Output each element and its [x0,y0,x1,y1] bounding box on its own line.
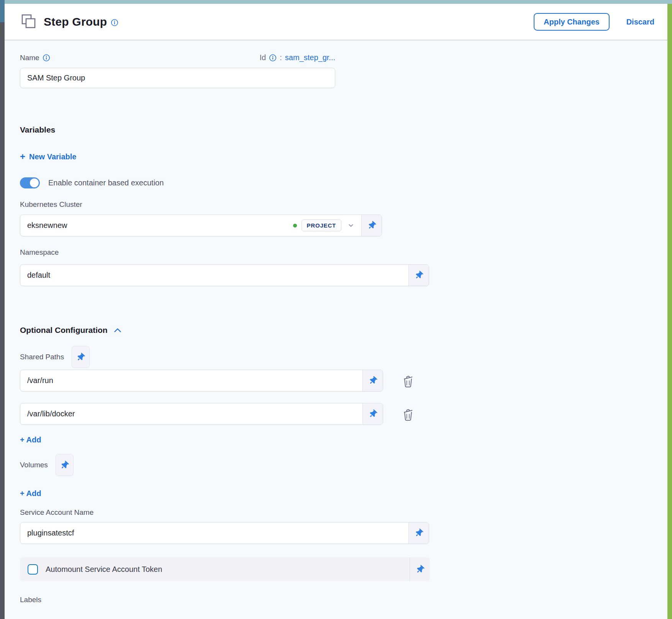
id-value[interactable]: sam_step_gr... [285,53,335,62]
shared-path-field [20,370,383,391]
new-variable-label: New Variable [29,152,76,161]
top-accent-bar [0,0,672,4]
shared-paths-row: Shared Paths [20,346,90,368]
pin-icon [367,408,379,420]
volumes-row: Volumes [20,454,74,476]
pin-icon [75,351,87,363]
add-shared-path-button[interactable]: + Add [20,436,41,444]
left-edge-strip [0,0,5,619]
shared-paths-label: Shared Paths [20,353,64,361]
pin-icon [414,563,426,575]
new-variable-button[interactable]: + New Variable [20,152,76,161]
pin-icon [413,527,425,539]
panel-header: Step Group Apply Changes Discard [5,4,667,40]
namespace-input-wrap [20,265,408,286]
namespace-field [20,264,429,286]
optional-configuration-row[interactable]: Optional Configuration [20,326,121,335]
automount-pin-button[interactable] [410,557,430,581]
namespace-pin-button[interactable] [408,265,429,286]
optional-configuration-heading: Optional Configuration [20,326,108,335]
chevron-down-icon[interactable] [347,222,354,229]
shared-path-input[interactable] [27,370,357,391]
service-account-name-input[interactable] [27,522,403,544]
volumes-label: Volumes [20,461,48,469]
kubernetes-cluster-input-wrap: PROJECT [20,215,361,236]
service-account-input-wrap [20,522,408,544]
labels-label: Labels [20,596,41,604]
id-part: Id : sam_step_gr... [260,53,335,62]
pin-icon [413,270,425,281]
shared-path-input-wrap [20,403,362,424]
service-account-name-field [20,522,429,544]
shared-path-pin-button[interactable] [362,403,383,424]
namespace-input[interactable] [27,265,403,286]
delete-shared-path-button[interactable] [402,408,415,422]
container-execution-label: Enable container based execution [48,178,164,187]
shared-path-input-wrap [20,370,362,391]
kubernetes-cluster-input[interactable] [27,215,288,236]
delete-shared-path-button[interactable] [402,374,415,389]
left-edge-strip-top [0,0,5,22]
pin-icon [59,459,70,471]
header-actions: Apply Changes Discard [534,13,654,31]
shared-path-pin-button[interactable] [362,370,383,391]
add-volume-button[interactable]: + Add [20,489,41,498]
id-separator: : [280,53,282,62]
step-group-icon [20,13,38,31]
scope-badge: PROJECT [302,219,341,231]
scope-status-dot [293,224,297,228]
shared-path-field [20,403,383,425]
name-id-row: Name Id : sam_step_gr... [20,53,335,62]
trash-icon [402,374,415,388]
service-account-pin-button[interactable] [408,522,429,544]
automount-main: Automount Service Account Token [20,557,410,581]
name-label-wrap: Name [20,54,50,62]
volumes-pin-button[interactable] [56,454,74,476]
container-execution-toggle[interactable] [20,177,40,188]
plus-icon: + [20,152,25,161]
kubernetes-cluster-pin-button[interactable] [361,215,382,236]
namespace-label: Namespace [20,248,59,257]
apply-changes-button[interactable]: Apply Changes [534,13,610,31]
id-label: Id [260,53,266,62]
name-input[interactable] [20,68,335,88]
right-edge-strip [667,4,672,619]
kubernetes-cluster-field: PROJECT [20,215,382,236]
pin-icon [366,220,377,231]
name-info-icon[interactable] [43,54,50,62]
service-account-name-label: Service Account Name [20,508,93,517]
variables-heading: Variables [20,125,55,134]
toggle-knob [30,178,39,187]
pin-icon [367,375,379,386]
automount-row: Automount Service Account Token [20,557,430,581]
automount-checkbox[interactable] [28,564,38,575]
container-execution-row: Enable container based execution [20,177,164,188]
step-group-screen: Step Group Apply Changes Discard Name Id… [0,0,672,619]
shared-path-input[interactable] [27,403,357,424]
shared-paths-pin-button[interactable] [72,346,90,368]
kubernetes-cluster-label: Kubernetes Cluster [20,200,82,209]
title-info-icon[interactable] [111,19,118,26]
name-field-wrap [20,68,335,88]
panel-body: Name Id : sam_step_gr... Variables + New… [5,40,667,619]
trash-icon [402,408,415,421]
chevron-up-icon[interactable] [114,328,121,333]
id-info-icon[interactable] [269,54,277,62]
step-group-panel: Step Group Apply Changes Discard Name Id… [5,4,667,619]
name-label: Name [20,54,39,62]
automount-label: Automount Service Account Token [46,565,162,574]
discard-button[interactable]: Discard [626,18,654,26]
page-title: Step Group [44,15,107,28]
